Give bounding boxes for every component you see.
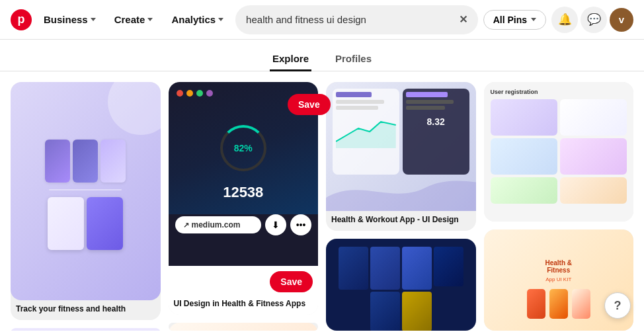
header: p Business Create Analytics ✕ All Pins 🔔… (0, 0, 644, 40)
chevron-down-icon (218, 18, 223, 21)
source-link-button[interactable]: ↗ medium.com (175, 216, 262, 233)
user-reg-title: User registration (491, 89, 627, 95)
avatar[interactable]: v (610, 8, 633, 32)
pin-image-ux-kit: User registration (484, 82, 634, 222)
pin-title-workout: Health & Workout App - UI Design (326, 211, 476, 231)
pin-card-dark-phones[interactable] (326, 239, 476, 331)
download-button[interactable]: ⬇ (265, 214, 286, 235)
tab-explore[interactable]: Explore (270, 48, 311, 71)
pin-card-ui-design[interactable]: 82% 12538 ↗ medium.com ⬇ ••• Save (169, 82, 319, 315)
clear-search-button[interactable]: ✕ (459, 15, 467, 25)
pinterest-logo[interactable]: p (11, 9, 32, 30)
pin-image-fitness (11, 82, 161, 300)
chevron-down-icon (147, 18, 153, 21)
header-icons: 🔔 💬 v (551, 7, 633, 33)
grid-col-1: Track your fitness and health (11, 82, 161, 331)
search-bar: ✕ (235, 5, 478, 34)
save-button-overlay[interactable]: Save (288, 94, 331, 115)
pin-card-ios-app[interactable]: Health and Fitness iOS App (169, 323, 319, 331)
pin-action-bar: ↗ medium.com ⬇ ••• (175, 214, 312, 235)
user-reg-grid (491, 99, 627, 204)
help-button[interactable]: ? (604, 292, 631, 319)
pin-card-col1-bottom[interactable] (11, 328, 161, 331)
tab-bar: Explore Profiles (0, 40, 644, 71)
more-options-button[interactable]: ••• (290, 214, 311, 235)
wave-svg (326, 158, 476, 211)
progress-circle: 82% (220, 125, 266, 171)
pin-image-workout: 8.32 (326, 82, 476, 211)
pin-title-fitness-health: Track your fitness and health (11, 300, 161, 320)
tab-profiles[interactable]: Profiles (333, 48, 374, 71)
nav-analytics[interactable]: Analytics (165, 10, 230, 29)
nav-business[interactable]: Business (37, 10, 102, 29)
chevron-down-icon (531, 18, 536, 21)
pin-title-ui-design: UI Design in Health & Fitness Apps (169, 295, 319, 315)
pin-card-ux-kit[interactable]: User registration Health Fitness Mobile … (484, 82, 634, 222)
grid-col-2: 82% 12538 ↗ medium.com ⬇ ••• Save (169, 82, 319, 331)
grid-col-3: 8.32 Health & Workout App - UI Design (326, 82, 476, 331)
big-stat-number: 12538 (223, 184, 263, 201)
pin-card-fitness-health[interactable]: Track your fitness and health (11, 82, 161, 320)
pin-card-workout-app[interactable]: 8.32 Health & Workout App - UI Design (326, 82, 476, 231)
save-button[interactable]: Save (270, 271, 313, 292)
messages-button[interactable]: 💬 (581, 7, 607, 33)
nav-create[interactable]: Create (108, 10, 160, 29)
masonry-layout: Track your fitness and health (11, 82, 633, 331)
chevron-down-icon (91, 18, 96, 21)
search-input[interactable] (246, 14, 454, 25)
pin-image-ios (169, 323, 319, 331)
all-pins-dropdown[interactable]: All Pins (483, 10, 546, 30)
notifications-button[interactable]: 🔔 (551, 7, 578, 33)
